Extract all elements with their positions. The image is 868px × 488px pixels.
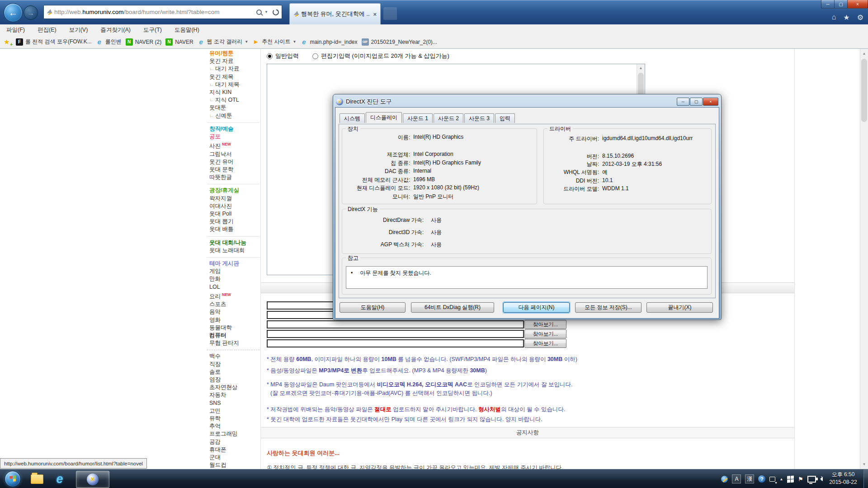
sidebar-item[interactable]: 웃대 뽑기 bbox=[209, 218, 259, 225]
sidebar-item[interactable]: 공감 bbox=[209, 438, 259, 446]
sidebar-item[interactable]: 웃대 배틀 bbox=[209, 225, 259, 233]
sidebar-item[interactable]: 공포 bbox=[209, 133, 259, 141]
menu-item[interactable]: 도움말(H) bbox=[175, 26, 199, 34]
radio-unselected-icon[interactable] bbox=[312, 53, 318, 59]
search-icon[interactable] bbox=[256, 9, 262, 15]
sidebar-item[interactable]: 웃대 문학 bbox=[209, 166, 259, 174]
menu-item[interactable]: 보기(V) bbox=[69, 26, 88, 34]
sidebar-item[interactable]: 영화 bbox=[209, 316, 259, 324]
favorites-item[interactable]: emain.php-id=_index bbox=[300, 38, 357, 46]
favorites-item[interactable]: e웹 조각 갤러리▼ bbox=[198, 38, 249, 46]
taskbar-explorer-button[interactable] bbox=[28, 471, 46, 487]
sidebar-item[interactable]: 사진NEW bbox=[209, 141, 259, 150]
ime-help-icon[interactable]: ? bbox=[758, 475, 765, 483]
menu-item[interactable]: 도구(T) bbox=[143, 26, 162, 34]
dialog-tab[interactable]: 사운드 3 bbox=[464, 113, 494, 123]
minimize-button[interactable]: ─ bbox=[821, 0, 835, 9]
favorites-item[interactable]: e롤인벤 bbox=[96, 38, 122, 46]
dialog-tab[interactable]: 사운드 2 bbox=[434, 113, 463, 123]
add-favorite-star-icon[interactable]: ★ bbox=[4, 38, 12, 46]
sidebar-item[interactable]: 컴퓨터 bbox=[209, 332, 259, 339]
sidebar-item[interactable]: 스포츠 bbox=[209, 300, 259, 308]
sidebar-item[interactable]: 웃긴 제목 bbox=[209, 73, 259, 81]
sidebar-item[interactable]: 웃대 노래대회 bbox=[209, 247, 259, 254]
sidebar-item[interactable]: 왁자지껄 bbox=[209, 195, 259, 202]
dialog-button[interactable]: 모든 정보 저장(S)... bbox=[575, 302, 642, 313]
dialog-minimize-button[interactable]: ─ bbox=[677, 98, 689, 106]
menu-item[interactable]: 즐겨찾기(A) bbox=[100, 26, 131, 34]
language-globe-icon[interactable] bbox=[721, 476, 728, 483]
file-input-field[interactable] bbox=[267, 330, 524, 338]
sidebar-item[interactable]: 염장 bbox=[209, 376, 259, 384]
ime-window-icon[interactable] bbox=[769, 477, 775, 482]
dialog-button[interactable]: 64비트 DxDiag 실행(R) bbox=[411, 302, 494, 313]
forward-button[interactable]: → bbox=[24, 5, 38, 20]
sidebar-item[interactable]: 동물대학 bbox=[209, 324, 259, 332]
scroll-up-icon[interactable]: ▲ bbox=[637, 64, 645, 72]
ime-hanja-icon[interactable]: 漢 bbox=[745, 474, 754, 483]
taskbar-clock[interactable]: 오후 6:50 2015-08-22 bbox=[824, 471, 863, 486]
dialog-button[interactable]: 도움말(H) bbox=[340, 302, 406, 313]
file-input-field[interactable] bbox=[267, 339, 524, 347]
sidebar-item[interactable]: 무협 판타지 bbox=[209, 339, 259, 347]
sidebar-item[interactable]: 프로그래밍 bbox=[209, 430, 259, 438]
taskbar-dxdiag-button[interactable]: × bbox=[76, 471, 109, 488]
url-text[interactable]: http://web.humoruniv.com/board/humor/wri… bbox=[54, 9, 254, 15]
sidebar-item[interactable]: 솔로 bbox=[209, 368, 259, 376]
show-hidden-icons-arrow[interactable]: ▲ bbox=[779, 477, 783, 481]
address-bar[interactable]: http://web.humoruniv.com/board/humor/wri… bbox=[43, 5, 282, 19]
favorites-item[interactable]: ▶추천 사이트▼ bbox=[252, 38, 296, 46]
start-button[interactable] bbox=[5, 471, 21, 487]
settings-gear-icon[interactable]: ⚙ bbox=[857, 13, 863, 22]
browse-button[interactable]: 찾아보기... bbox=[524, 329, 566, 338]
dialog-close-button[interactable]: × bbox=[703, 98, 718, 106]
home-icon[interactable]: ⌂ bbox=[832, 13, 836, 22]
browse-button[interactable]: 찾아보기... bbox=[524, 320, 566, 329]
radio-editor-input[interactable]: 편집기입력 (이미지업로드 20개 가능 & 삽입가능) bbox=[312, 52, 449, 60]
sidebar-item[interactable]: SNS bbox=[209, 399, 259, 407]
menu-item[interactable]: 파일(F) bbox=[6, 26, 25, 34]
sidebar-item[interactable]: 신예툰 bbox=[209, 112, 259, 120]
sidebar-item[interactable]: 지식 OTL bbox=[209, 96, 259, 104]
browser-tab[interactable]: 행복한 유머, 웃긴대학에 ... × bbox=[289, 3, 381, 24]
sidebar-item[interactable]: 만화 bbox=[209, 275, 259, 283]
dialog-tab[interactable]: 사운드 1 bbox=[403, 113, 433, 123]
favorites-item[interactable]: NNAVER (2) bbox=[126, 38, 161, 46]
favorites-item[interactable]: NNAVER bbox=[165, 38, 193, 46]
sidebar-section-header[interactable]: 광장/휴게실 bbox=[209, 187, 259, 194]
menu-item[interactable]: 편집(E) bbox=[38, 26, 57, 34]
taskbar-ie-button[interactable]: e bbox=[51, 471, 69, 487]
maximize-button[interactable]: ▢ bbox=[835, 0, 847, 9]
sidebar-item[interactable]: 여대사진 bbox=[209, 202, 259, 210]
radio-normal-input[interactable]: 일반입력 bbox=[267, 52, 299, 60]
sidebar-item[interactable]: 음악 bbox=[209, 308, 259, 316]
sidebar-item[interactable]: 휴대폰 bbox=[209, 446, 259, 454]
favorites-star-icon[interactable]: ★ bbox=[843, 13, 849, 22]
dialog-titlebar[interactable]: × DirectX 진단 도구 ─ ▢ × bbox=[335, 96, 719, 107]
sidebar-item[interactable]: 군대 bbox=[209, 454, 259, 461]
page-scroll-up-icon[interactable]: ▲ bbox=[860, 50, 868, 57]
sidebar-item[interactable]: LOL bbox=[209, 283, 259, 291]
sidebar-item[interactable]: 자동차 bbox=[209, 391, 259, 399]
sidebar-item[interactable]: 대기 자료 bbox=[209, 65, 259, 73]
favorites-item[interactable]: GIF20150219_NewYear_2(0)... bbox=[362, 38, 437, 46]
sidebar-item[interactable]: 웃긴 유머 bbox=[209, 158, 259, 166]
sidebar-section-header[interactable]: 창작/예술 bbox=[209, 125, 259, 133]
dialog-button[interactable]: 끝내기(X) bbox=[646, 302, 713, 313]
sidebar-item[interactable]: 웃긴 자료 bbox=[209, 57, 259, 65]
page-scroll-down-icon[interactable]: ▼ bbox=[860, 460, 868, 468]
file-input-field[interactable] bbox=[267, 320, 524, 328]
sidebar-item[interactable]: 추억 bbox=[209, 422, 259, 430]
sidebar-item[interactable]: 백수 bbox=[209, 352, 259, 360]
dxdiag-dialog[interactable]: × DirectX 진단 도구 ─ ▢ × 시스템디스플레이사운드 1사운드 2… bbox=[333, 94, 722, 320]
sidebar-item[interactable]: 월드컵 bbox=[209, 461, 259, 469]
sidebar-item[interactable]: 게임 bbox=[209, 267, 259, 275]
sidebar-section-header[interactable]: 테마 게시판 bbox=[209, 260, 259, 267]
action-center-flag-icon[interactable]: ⚑ bbox=[798, 476, 803, 483]
dialog-maximize-button[interactable]: ▢ bbox=[690, 98, 703, 106]
tab-close-icon[interactable]: × bbox=[373, 11, 377, 18]
radio-selected-icon[interactable] bbox=[267, 53, 273, 59]
sidebar-item[interactable]: 웃대 Poll bbox=[209, 210, 259, 218]
volume-icon[interactable] bbox=[820, 477, 823, 481]
sidebar-item[interactable]: 그림낙서 bbox=[209, 150, 259, 158]
